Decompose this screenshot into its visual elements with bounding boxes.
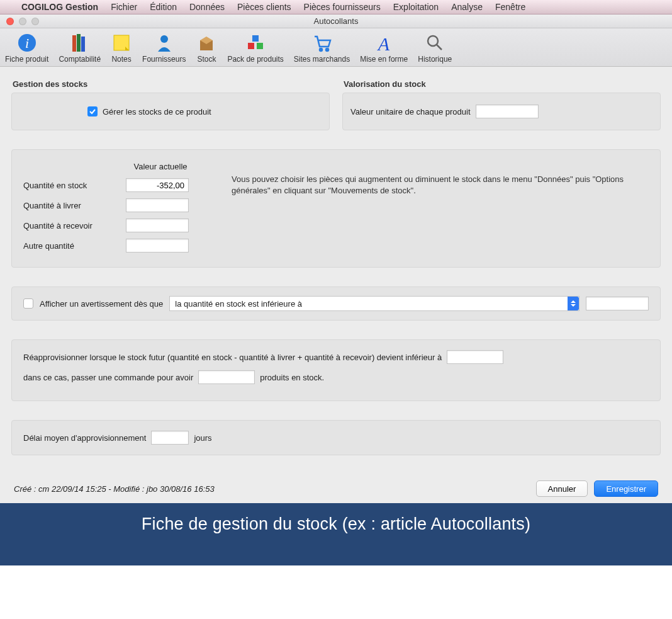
delay-panel: Délai moyen d'approvisionnement jours — [11, 420, 661, 455]
valuation-title: Valorisation du stock — [344, 79, 661, 89]
warn-select-value: la quantité en stock est inférieure à — [175, 299, 302, 309]
zoom-window-icon[interactable] — [31, 18, 39, 25]
toolbar-fiche-produit[interactable]: i Fiche produit — [3, 32, 51, 64]
toolbar-sites-marchands[interactable]: Sites marchands — [291, 32, 352, 64]
save-button[interactable]: Enregistrer — [594, 480, 658, 497]
info-icon: i — [16, 32, 38, 54]
svg-point-13 — [320, 48, 322, 51]
svg-text:i: i — [25, 35, 29, 51]
warning-panel: Afficher un avertissement dès que la qua… — [11, 287, 661, 321]
menu-donnees[interactable]: Données — [184, 2, 230, 12]
menu-analyse[interactable]: Analyse — [446, 2, 488, 12]
toolbar-comptabilite[interactable]: Comptabilité — [56, 32, 103, 64]
warn-threshold-input[interactable] — [586, 297, 649, 310]
warn-checkbox[interactable] — [23, 298, 33, 309]
svg-text:A: A — [377, 33, 390, 53]
cart-icon — [311, 32, 333, 54]
toolbar: i Fiche produit Comptabilité Notes Fourn… — [0, 28, 672, 67]
cancel-button[interactable]: Annuler — [536, 480, 588, 497]
menu-fichier[interactable]: Fichier — [106, 2, 142, 12]
hint-text: Vous pouvez choisir les pièces qui augme… — [206, 157, 649, 256]
svg-point-16 — [428, 36, 438, 46]
svg-point-14 — [326, 48, 328, 51]
qty-other-input[interactable] — [126, 239, 189, 253]
menu-edition[interactable]: Édition — [145, 2, 182, 12]
svg-point-7 — [160, 35, 168, 43]
reappro-order-qty-input[interactable] — [198, 370, 255, 384]
app-name[interactable]: COGILOG Gestion — [16, 2, 103, 12]
warn-checkbox-label: Afficher un avertissement dès que — [40, 299, 163, 309]
delay-label: Délai moyen d'approvisionnement — [23, 433, 146, 443]
reappro-text-1: Réapprovisionner lorsque le stock futur … — [23, 353, 442, 362]
reappro-text-2b: produits en stock. — [260, 373, 324, 382]
reappro-threshold-input[interactable] — [447, 350, 503, 364]
reappro-panel: Réapprovisionner lorsque le stock futur … — [11, 339, 661, 401]
qty-receive-input[interactable] — [126, 219, 189, 232]
toolbar-notes[interactable]: Notes — [108, 32, 135, 64]
chevron-updown-icon — [568, 297, 579, 310]
form-content: Gestion des stocks Gérer les stocks de c… — [0, 67, 672, 503]
qty-deliver-input[interactable] — [126, 198, 189, 212]
unit-value-input[interactable] — [476, 105, 539, 118]
minimize-window-icon[interactable] — [19, 18, 26, 25]
unit-value-label: Valeur unitaire de chaque produit — [350, 107, 471, 116]
stock-mgmt-panel: Gérer les stocks de ce produit — [11, 93, 330, 130]
books-icon — [69, 32, 91, 54]
reappro-text-2a: dans ce cas, passer une commande pour av… — [23, 373, 193, 382]
menu-fenetre[interactable]: Fenêtre — [490, 2, 530, 12]
caption-bar: Fiche de gestion du stock (ex : article … — [0, 503, 672, 565]
magnifier-icon — [424, 32, 445, 54]
menu-pieces-fournisseurs[interactable]: Pièces fournisseurs — [299, 2, 386, 12]
note-icon — [111, 32, 132, 54]
svg-rect-11 — [257, 43, 263, 49]
current-value-header: Valeur actuelle — [126, 157, 195, 175]
mac-menubar: COGILOG Gestion Fichier Édition Données … — [0, 0, 672, 14]
toolbar-mise-en-forme[interactable]: A Mise en forme — [357, 32, 410, 64]
warn-condition-select[interactable]: la quantité en stock est inférieure à — [169, 296, 580, 311]
svg-rect-2 — [72, 35, 76, 52]
menu-exploitation[interactable]: Exploitation — [388, 2, 444, 12]
stock-mgmt-title: Gestion des stocks — [13, 79, 330, 89]
toolbar-pack-produits[interactable]: Pack de produits — [225, 32, 286, 64]
box-icon — [196, 32, 217, 54]
svg-rect-4 — [81, 37, 85, 52]
close-window-icon[interactable] — [6, 18, 14, 25]
cubes-icon — [245, 32, 266, 54]
qty-stock-input[interactable] — [126, 178, 189, 192]
toolbar-historique[interactable]: Historique — [415, 32, 454, 64]
qty-deliver-label: Quantité à livrer — [23, 195, 115, 215]
qty-stock-label: Quantité en stock — [23, 175, 115, 195]
font-icon: A — [373, 32, 395, 54]
window-titlebar: Autocollants — [0, 14, 672, 28]
person-icon — [154, 32, 175, 54]
svg-line-17 — [437, 45, 442, 50]
quantities-panel: Quantité en stock Quantité à livrer Quan… — [11, 149, 661, 268]
toolbar-stock[interactable]: Stock — [193, 32, 220, 64]
toolbar-fournisseurs[interactable]: Fournisseurs — [140, 32, 188, 64]
window-title: Autocollants — [0, 16, 672, 26]
delay-unit: jours — [194, 433, 211, 443]
delay-input[interactable] — [151, 431, 189, 445]
svg-rect-10 — [248, 43, 254, 49]
menu-pieces-clients[interactable]: Pièces clients — [232, 2, 296, 12]
svg-rect-3 — [77, 34, 81, 52]
manage-stock-label: Gérer les stocks de ce produit — [103, 107, 211, 116]
qty-receive-label: Quantité à recevoir — [23, 215, 115, 236]
created-modified-text: Créé : cm 22/09/14 15:25 - Modifié : jbo… — [14, 484, 530, 494]
svg-rect-12 — [252, 35, 259, 42]
manage-stock-checkbox[interactable] — [87, 106, 98, 116]
qty-other-label: Autre quantité — [23, 236, 115, 256]
valuation-panel: Valeur unitaire de chaque produit — [342, 93, 661, 130]
caption-text: Fiche de gestion du stock (ex : article … — [142, 514, 530, 534]
